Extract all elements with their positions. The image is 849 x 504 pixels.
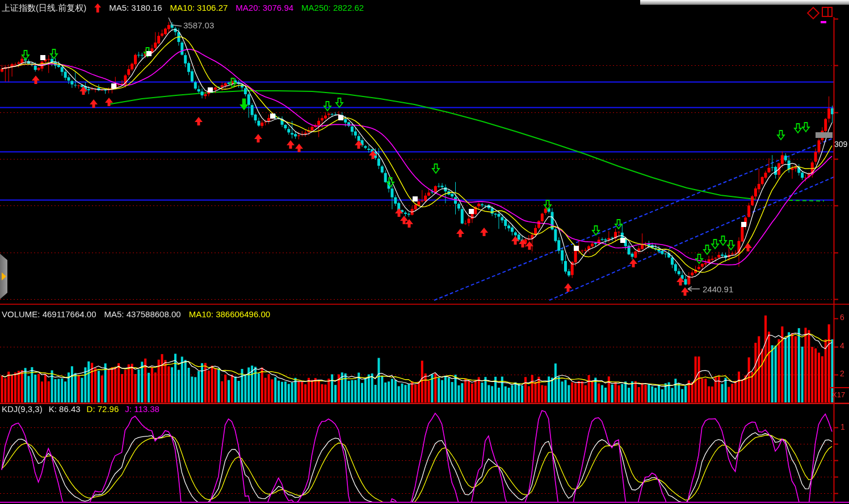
kdj-name: KDJ(9,3,3) (2, 404, 43, 414)
volume-value: VOLUME: 469117664.00 (2, 309, 96, 320)
main-chart-header: 上证指数(日线.前复权) MA5: 3180.16 MA10: 3106.27 … (2, 3, 364, 13)
ma10-value: MA10: 3106.27 (170, 3, 228, 13)
volume-ma5-value: MA5: 437588608.00 (104, 309, 181, 320)
kdj-j-value: J: 113.38 (125, 404, 159, 414)
volume-axis-label-6: 6 (840, 313, 844, 322)
volume-unit-label: X17 (832, 390, 845, 399)
kdj-d-value: D: 72.96 (87, 404, 119, 414)
kdj-header: KDJ(9,3,3) K: 86.43 D: 72.96 J: 113.38 (2, 404, 159, 414)
sidebar-expand-tab[interactable] (0, 254, 7, 299)
expand-arrow-icon (2, 272, 6, 280)
up-arrow-icon (94, 3, 101, 12)
magenta-marker-icon (821, 21, 826, 23)
kdj-k-value: K: 86.43 (49, 404, 81, 414)
volume-header: VOLUME: 469117664.00 MA5: 437588608.00 M… (2, 309, 270, 320)
current-price-label: 309 (834, 140, 849, 149)
volume-axis-label-4: 4 (840, 341, 844, 350)
high-annotation: 3587.03 (183, 20, 214, 30)
ma20-value: MA20: 3076.94 (236, 3, 293, 13)
ma5-value: MA5: 3180.16 (109, 3, 162, 13)
chart-canvas[interactable] (0, 0, 849, 504)
kdj-axis-label-100: 1 (840, 422, 845, 431)
volume-ma10-value: MA10: 386606496.00 (189, 309, 270, 320)
split-panes-icon[interactable] (822, 7, 833, 17)
trading-terminal: 上证指数(日线.前复权) MA5: 3180.16 MA10: 3106.27 … (0, 0, 849, 504)
instrument-title: 上证指数(日线.前复权) (2, 3, 86, 13)
volume-axis-label-2: 2 (840, 369, 844, 378)
ma250-value: MA250: 2822.62 (301, 3, 364, 13)
low-annotation: 2440.91 (703, 284, 733, 294)
toolbar-bottom-edge (640, 0, 849, 5)
